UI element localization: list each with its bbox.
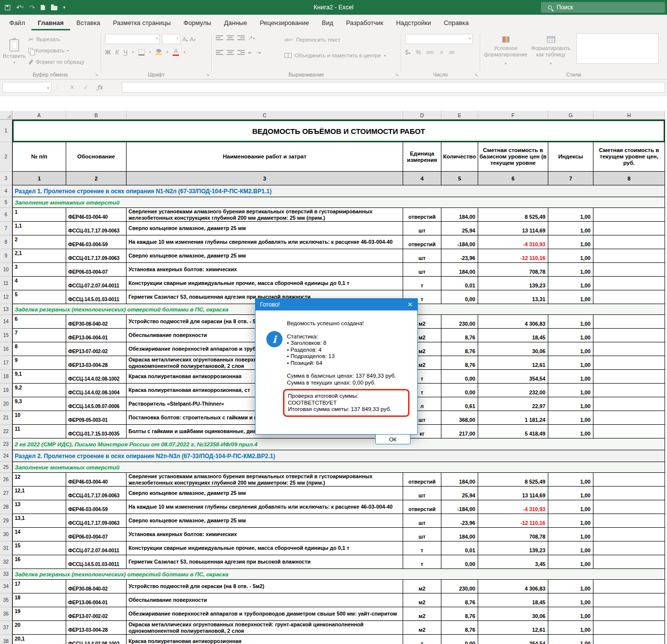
cell-D2[interactable]: Единица измерения — [403, 142, 441, 172]
cell-C37[interactable]: Окраска металлических огрунтованных пове… — [127, 621, 403, 635]
cell-A16[interactable]: 8 — [12, 342, 66, 356]
cell-D27[interactable]: шт — [403, 487, 441, 500]
row-header-28[interactable]: 28 — [0, 500, 12, 514]
row-header-14[interactable]: 14 — [0, 315, 12, 329]
row-header-38[interactable]: 38 — [0, 635, 12, 644]
cell-H35[interactable] — [593, 593, 665, 607]
cell-F38[interactable]: 354,54 — [478, 635, 548, 644]
cell-C11[interactable]: Конструкции сварные индивидуальные прочи… — [127, 277, 403, 290]
row-header-11[interactable]: 11 — [0, 277, 12, 290]
cell-A34[interactable]: 17 — [12, 580, 66, 593]
cell-F35[interactable]: 18,45 — [478, 593, 548, 607]
column-header-F[interactable]: F — [478, 111, 548, 120]
cell-H10[interactable] — [593, 263, 665, 277]
tab-help[interactable]: Справка — [437, 15, 475, 30]
cell-B10[interactable]: ФЕР06-03-004-07 — [66, 263, 127, 277]
row-header-24[interactable]: 24 — [0, 450, 12, 462]
cell-C34[interactable]: Устройство подмостей для окраски (на 8 о… — [127, 580, 403, 593]
cell-G8[interactable]: 1,00 — [548, 235, 593, 249]
cut-button[interactable]: ✂Вырезать — [28, 34, 84, 44]
cell-G2[interactable]: Индексы — [548, 142, 593, 172]
cell-B6[interactable]: ФЕР46-03-004-40 — [66, 208, 127, 222]
cell-F28[interactable]: -4 310,93 — [478, 500, 548, 514]
cell-F37[interactable]: 12,61 — [478, 621, 548, 635]
grow-font-button[interactable]: А▴ — [182, 36, 188, 42]
cell-C26[interactable]: Сверление установками алмазного бурения … — [127, 473, 403, 487]
cell-E38[interactable]: 0,00 — [441, 635, 478, 644]
cell-G27[interactable]: 1,00 — [548, 487, 593, 500]
cell-A24-merged[interactable]: Раздел 2. Пролетное строение в осях опир… — [12, 450, 665, 462]
cell-F2[interactable]: Сметная стоимость в базисном уровне цен … — [478, 142, 548, 172]
cell-A6[interactable]: 1 — [12, 208, 66, 222]
cell-E30[interactable]: 184,00 — [441, 528, 478, 541]
cell-F12[interactable]: 13,31 — [478, 290, 548, 304]
cell-E19[interactable]: 0,00 — [441, 384, 478, 397]
cell-F30[interactable]: 708,78 — [478, 528, 548, 541]
cell-A32[interactable]: 16 — [12, 555, 66, 569]
cell-A30[interactable]: 14 — [12, 528, 66, 541]
cell-E18[interactable]: 0,00 — [441, 370, 478, 384]
tab-developer[interactable]: Разработчик — [340, 15, 390, 30]
decrease-indent-button[interactable]: ⇤ — [248, 50, 253, 55]
row-header-33[interactable]: 33 — [0, 569, 12, 580]
open-folder-icon[interactable] — [51, 3, 57, 11]
cell-A12[interactable]: 5 — [12, 290, 66, 304]
column-header-G[interactable]: G — [548, 111, 593, 120]
cell-A25-merged[interactable]: Заполнение монтажных отверстий — [12, 462, 665, 473]
cell-E36[interactable]: 8,76 — [441, 607, 478, 621]
cell-A7[interactable]: 1,1 — [12, 222, 66, 235]
tab-page-layout[interactable]: Разметка страницы — [106, 15, 177, 30]
cell-H6[interactable] — [593, 208, 665, 222]
alignment-dialog-launcher[interactable]: ↘ — [395, 72, 399, 77]
cell-D38[interactable]: т — [403, 635, 441, 644]
cell-H34[interactable] — [593, 580, 665, 593]
cell-G38[interactable]: 1,00 — [548, 635, 593, 644]
cell-G19[interactable]: 1,00 — [548, 384, 593, 397]
cell-C7[interactable]: Сверло кольцевое алмазное, диаметр 25 мм — [127, 222, 403, 235]
cell-H26[interactable] — [593, 473, 665, 487]
tab-data[interactable]: Данные — [218, 15, 254, 30]
customize-qat-icon[interactable]: ▾ — [63, 3, 66, 11]
insert-function-icon[interactable]: ƒx — [97, 84, 103, 91]
wrap-text-button[interactable]: ab↩Переносить текст — [284, 33, 386, 46]
cell-F16[interactable]: 30,06 — [478, 342, 548, 356]
cell-F6[interactable]: 8 525,49 — [478, 208, 548, 222]
cell-G14[interactable]: 1,00 — [548, 315, 593, 329]
cell-G3[interactable]: 7 — [548, 172, 593, 185]
align-bottom-button[interactable] — [237, 34, 245, 41]
cell-F29[interactable]: -12 110,16 — [478, 514, 548, 528]
cell-E34[interactable]: 230,00 — [441, 580, 478, 593]
row-header-2[interactable]: 2 — [0, 142, 12, 172]
cell-C30[interactable]: Установка анкерных болтов: химических — [127, 528, 403, 541]
cell-C29[interactable]: Сверло кольцевое алмазное, диаметр 25 мм — [127, 514, 403, 528]
cell-B2[interactable]: Обоснование — [66, 142, 127, 172]
cell-D31[interactable]: т — [403, 541, 441, 555]
underline-button[interactable]: Ч — [123, 49, 128, 56]
tab-addins[interactable]: Надстройки — [389, 15, 437, 30]
cell-E27[interactable]: 25,94 — [441, 487, 478, 500]
cell-E22[interactable]: 217,00 — [441, 425, 478, 438]
row-header-13[interactable]: 13 — [0, 304, 12, 315]
cell-F17[interactable]: 12,61 — [478, 356, 548, 370]
cell-D32[interactable]: т — [403, 555, 441, 569]
cell-A9[interactable]: 2,1 — [12, 249, 66, 263]
row-header-10[interactable]: 10 — [0, 263, 12, 277]
cell-B28[interactable]: ФЕР46-03-004-59 — [66, 500, 127, 514]
row-header-4[interactable]: 4 — [0, 185, 12, 197]
cell-G9[interactable]: 1,00 — [548, 249, 593, 263]
cell-B34[interactable]: ФЕР30-08-040-02 — [66, 580, 127, 593]
cell-G12[interactable]: 1,00 — [548, 290, 593, 304]
fill-color-button[interactable] — [155, 49, 162, 55]
cell-F32[interactable]: 3,45 — [478, 555, 548, 569]
tab-file[interactable]: Файл — [3, 15, 31, 30]
cell-G16[interactable]: 1,00 — [548, 342, 593, 356]
cell-H29[interactable] — [593, 514, 665, 528]
increase-indent-button[interactable]: ⇥ — [256, 50, 260, 55]
cell-G26[interactable]: 1,00 — [548, 473, 593, 487]
cell-B7[interactable]: ФССЦ-01.7.17.09-0063 — [66, 222, 127, 235]
row-header-16[interactable]: 16 — [0, 342, 12, 356]
cell-F27[interactable]: 13 114,69 — [478, 487, 548, 500]
cell-H3[interactable]: 8 — [593, 172, 665, 185]
cell-A36[interactable]: 19 — [12, 607, 66, 621]
cell-F22[interactable]: 5 418,49 — [478, 425, 548, 438]
